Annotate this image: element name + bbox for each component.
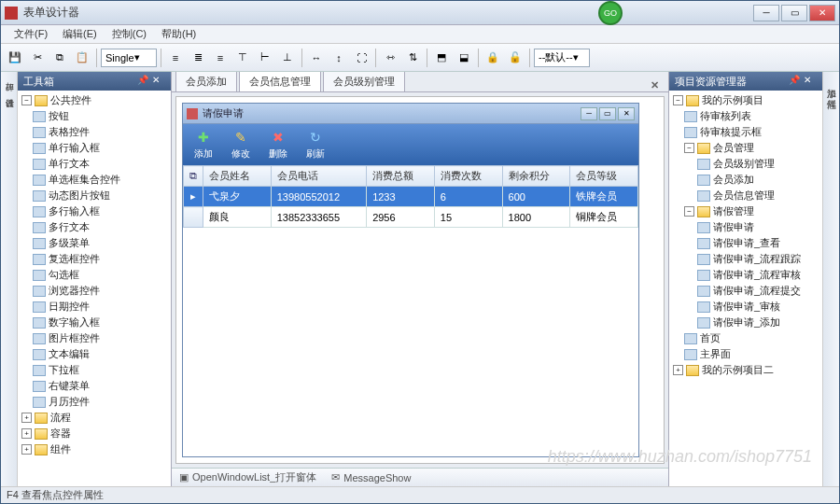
- grid-corner[interactable]: ⧉: [184, 166, 203, 187]
- bring-front-icon[interactable]: ⬒: [431, 48, 452, 68]
- proj-item[interactable]: 请假申请_流程跟踪: [671, 251, 820, 267]
- proj-item[interactable]: 会员级别管理: [671, 156, 820, 172]
- menu-file[interactable]: 文件(F): [7, 25, 55, 43]
- inner-titlebar[interactable]: 请假申请 ─ ▭ ✕: [183, 104, 638, 124]
- spacing-v-icon[interactable]: ⇅: [402, 48, 423, 68]
- spacing-h-icon[interactable]: ⇿: [380, 48, 400, 68]
- proj-item[interactable]: 待审核列表: [671, 108, 820, 124]
- tree-item[interactable]: 表格控件: [20, 124, 169, 140]
- proj-item[interactable]: 会员添加: [671, 172, 820, 188]
- tree-item[interactable]: 数字输入框: [20, 315, 169, 330]
- tree-item[interactable]: 勾选框: [20, 267, 169, 283]
- toolbox-tree[interactable]: −公共控件按钮表格控件单行输入框单行文本单选框集合控件动态图片按钮多行输入框多行…: [18, 91, 171, 486]
- default-select[interactable]: --默认-- ▾: [534, 49, 590, 67]
- grid-header[interactable]: 消费总额: [367, 166, 435, 187]
- sidetab-designer[interactable]: 设计器: [3, 92, 16, 105]
- grid-cell[interactable]: 15: [434, 207, 502, 228]
- tree-item[interactable]: 多级菜单: [20, 235, 169, 251]
- grid-header[interactable]: 会员等级: [570, 166, 638, 187]
- grid-cell[interactable]: 13852333655: [271, 207, 366, 228]
- project-pin-icon[interactable]: 📌: [789, 75, 802, 88]
- tab-member-add[interactable]: 会员添加: [175, 72, 237, 91]
- proj-root[interactable]: −我的示例项目: [671, 92, 820, 108]
- proj-item[interactable]: 待审核提示框: [671, 124, 820, 140]
- size-height-icon[interactable]: ↕: [329, 48, 349, 68]
- design-surface[interactable]: 请假申请 ─ ▭ ✕ ✚添加✎修改✖删除↻刷新 ⧉会员姓名会员电话消费总额消费次…: [175, 96, 665, 464]
- grid-cell[interactable]: 6: [434, 187, 502, 207]
- proj-group[interactable]: −请假管理: [671, 203, 820, 219]
- tab-close-icon[interactable]: ✕: [645, 79, 665, 91]
- proj-item[interactable]: 会员信息管理: [671, 188, 820, 203]
- maximize-button[interactable]: ▭: [781, 5, 807, 21]
- sidetab-right-props[interactable]: 属性: [824, 87, 839, 98]
- menu-edit[interactable]: 编辑(E): [55, 25, 105, 43]
- send-back-icon[interactable]: ⬓: [454, 48, 474, 68]
- inner-btn-刷新[interactable]: ↻刷新: [301, 127, 330, 162]
- grid-rowheader[interactable]: [184, 207, 203, 228]
- tree-item[interactable]: 图片框控件: [20, 330, 169, 346]
- grid-cell[interactable]: 600: [502, 187, 570, 207]
- sidetab-add[interactable]: 加碎: [3, 76, 16, 89]
- tree-item[interactable]: 单行输入框: [20, 140, 169, 156]
- inner-btn-添加[interactable]: ✚添加: [189, 127, 218, 162]
- tree-item[interactable]: 多行输入框: [20, 203, 169, 219]
- tree-item[interactable]: 单行文本: [20, 156, 169, 172]
- tree-item[interactable]: 单选框集合控件: [20, 172, 169, 188]
- project-tree[interactable]: −我的示例项目待审核列表待审核提示框−会员管理会员级别管理会员添加会员信息管理−…: [669, 91, 822, 486]
- align-top-icon[interactable]: ⊤: [232, 48, 253, 68]
- sidetab-right-add[interactable]: 添加: [824, 76, 839, 87]
- toolbox-close-icon[interactable]: ✕: [152, 75, 165, 88]
- tool-save-icon[interactable]: 💾: [5, 48, 25, 68]
- tab-member-level[interactable]: 会员级别管理: [323, 72, 405, 91]
- menu-help[interactable]: 帮助(H): [154, 25, 203, 43]
- proj-item[interactable]: 主界面: [671, 346, 820, 362]
- proj-root2[interactable]: +我的示例项目二: [671, 362, 820, 378]
- tree-item[interactable]: 浏览器控件: [20, 283, 169, 299]
- tree-item[interactable]: 月历控件: [20, 394, 169, 410]
- tool-copy-icon[interactable]: ⧉: [49, 48, 70, 68]
- inner-close-icon[interactable]: ✕: [618, 107, 635, 120]
- grid-header[interactable]: 剩余积分: [502, 166, 570, 187]
- align-middle-icon[interactable]: ⊢: [255, 48, 275, 68]
- proj-item[interactable]: 请假申请_流程审核: [671, 267, 820, 283]
- align-bottom-icon[interactable]: ⊥: [277, 48, 298, 68]
- proj-item[interactable]: 首页: [671, 330, 820, 346]
- tool-cut-icon[interactable]: ✂: [27, 48, 48, 68]
- go-badge[interactable]: GO: [598, 1, 623, 25]
- proj-group[interactable]: −会员管理: [671, 140, 820, 156]
- grid-rowheader[interactable]: ▸: [184, 187, 203, 207]
- tree-item[interactable]: 右键菜单: [20, 378, 169, 394]
- grid-cell[interactable]: 铁牌会员: [570, 187, 638, 207]
- menu-control[interactable]: 控制(C): [105, 25, 154, 43]
- align-center-icon[interactable]: ≣: [188, 48, 208, 68]
- lock-icon[interactable]: 🔒: [483, 48, 503, 68]
- tree-item[interactable]: 动态图片按钮: [20, 188, 169, 203]
- inner-btn-修改[interactable]: ✎修改: [226, 127, 256, 162]
- grid-header[interactable]: 会员电话: [271, 166, 366, 187]
- tree-group[interactable]: +流程: [20, 410, 169, 426]
- grid-cell[interactable]: 颜良: [203, 207, 272, 228]
- tree-item[interactable]: 按钮: [20, 108, 169, 124]
- grid-cell[interactable]: 弋泉夕: [203, 187, 272, 207]
- grid-cell[interactable]: 2956: [367, 207, 435, 228]
- grid-cell[interactable]: 13980552012: [271, 187, 366, 207]
- proj-item[interactable]: 请假申请_查看: [671, 235, 820, 251]
- inner-min-icon[interactable]: ─: [581, 107, 597, 120]
- inner-btn-删除[interactable]: ✖删除: [263, 127, 293, 162]
- tree-root[interactable]: −公共控件: [20, 92, 169, 108]
- close-button[interactable]: ✕: [809, 5, 835, 21]
- align-right-icon[interactable]: ≡: [210, 48, 231, 68]
- status-openwindow[interactable]: ▣ OpenWindowList_打开窗体: [179, 470, 316, 484]
- proj-item[interactable]: 请假申请_审核: [671, 299, 820, 315]
- inner-max-icon[interactable]: ▭: [599, 107, 616, 120]
- unlock-icon[interactable]: 🔓: [505, 48, 525, 68]
- size-width-icon[interactable]: ↔: [306, 48, 327, 68]
- grid-cell[interactable]: 1233: [367, 187, 435, 207]
- tree-item[interactable]: 文本编辑: [20, 346, 169, 362]
- grid-header[interactable]: 消费次数: [434, 166, 502, 187]
- tab-member-info[interactable]: 会员信息管理: [239, 72, 321, 91]
- grid-cell[interactable]: 1800: [502, 207, 570, 228]
- project-close-icon[interactable]: ✕: [804, 75, 817, 88]
- tree-item[interactable]: 复选框控件: [20, 251, 169, 267]
- tree-group[interactable]: +容器: [20, 426, 169, 441]
